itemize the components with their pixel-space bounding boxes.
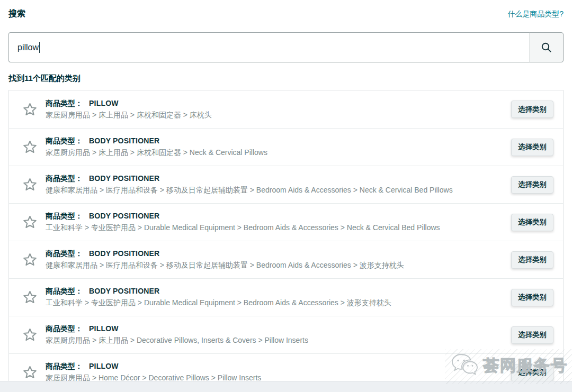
- help-link[interactable]: 什么是商品类型?: [507, 10, 564, 19]
- product-type-value: BODY POSITIONER: [89, 136, 159, 145]
- result-row: 商品类型：PILLOW 家居厨房用品 > 床上用品 > Decorative P…: [9, 316, 563, 353]
- result-text: 商品类型：BODY POSITIONER 工业和科学 > 专业医护用品 > Du…: [46, 287, 511, 308]
- result-title: 商品类型：PILLOW: [46, 99, 511, 108]
- product-type-label: 商品类型：: [46, 287, 83, 295]
- star-icon[interactable]: [22, 252, 38, 268]
- star-icon[interactable]: [22, 364, 38, 380]
- select-category-button[interactable]: 选择类别: [511, 326, 553, 344]
- star-icon[interactable]: [22, 102, 38, 117]
- result-row: 商品类型：BODY POSITIONER 健康和家居用品 > 医疗用品和设备 >…: [9, 241, 563, 278]
- result-title: 商品类型：BODY POSITIONER: [46, 287, 511, 296]
- star-icon[interactable]: [22, 177, 38, 193]
- select-category-button[interactable]: 选择类别: [511, 101, 553, 118]
- result-text: 商品类型：BODY POSITIONER 健康和家居用品 > 医疗用品和设备 >…: [46, 174, 511, 195]
- category-path: 健康和家居用品 > 医疗用品和设备 > 移动及日常起居辅助装置 > Bedroo…: [46, 186, 511, 195]
- category-path: 家居厨房用品 > Home Décor > Decorative Pillows…: [46, 373, 511, 381]
- select-category-button[interactable]: 选择类别: [511, 364, 553, 381]
- product-type-value: PILLOW: [89, 324, 119, 333]
- result-title: 商品类型：BODY POSITIONER: [46, 249, 511, 259]
- product-type-label: 商品类型：: [46, 174, 83, 183]
- result-text: 商品类型：PILLOW 家居厨房用品 > 床上用品 > Decorative P…: [46, 324, 511, 345]
- category-path: 家居厨房用品 > 床上用品 > Decorative Pillows, Inse…: [46, 336, 511, 345]
- result-title: 商品类型：BODY POSITIONER: [46, 174, 511, 184]
- select-category-button[interactable]: 选择类别: [511, 139, 553, 156]
- product-type-value: BODY POSITIONER: [89, 174, 159, 183]
- result-text: 商品类型：BODY POSITIONER 家居厨房用品 > 床上用品 > 床枕和…: [46, 136, 511, 158]
- search-input[interactable]: pillow: [8, 32, 530, 62]
- category-path: 家居厨房用品 > 床上用品 > 床枕和固定器 > 床枕头: [46, 111, 511, 120]
- result-row: 商品类型：BODY POSITIONER 工业和科学 > 专业医护用品 > Du…: [9, 203, 563, 241]
- select-category-button[interactable]: 选择类别: [511, 289, 553, 306]
- search-panel: 搜索 什么是商品类型? pillow 找到11个匹配的类别: [0, 0, 572, 381]
- search-button[interactable]: [530, 32, 564, 62]
- product-type-label: 商品类型：: [46, 362, 83, 370]
- product-type-label: 商品类型：: [46, 324, 83, 333]
- product-type-label: 商品类型：: [46, 99, 83, 107]
- result-title: 商品类型：PILLOW: [46, 324, 511, 334]
- product-type-value: PILLOW: [89, 99, 119, 107]
- result-text: 商品类型：BODY POSITIONER 健康和家居用品 > 医疗用品和设备 >…: [46, 249, 511, 270]
- results-list: 商品类型：PILLOW 家居厨房用品 > 床上用品 > 床枕和固定器 > 床枕头…: [8, 90, 564, 381]
- result-text: 商品类型：BODY POSITIONER 工业和科学 > 专业医护用品 > Du…: [46, 212, 511, 233]
- product-type-label: 商品类型：: [46, 212, 83, 220]
- result-title: 商品类型：PILLOW: [46, 362, 511, 371]
- category-path: 家居厨房用品 > 床上用品 > 床枕和固定器 > Neck & Cervical…: [46, 148, 511, 158]
- result-title: 商品类型：BODY POSITIONER: [46, 212, 511, 221]
- result-row: 商品类型：PILLOW 家居厨房用品 > 床上用品 > 床枕和固定器 > 床枕头…: [9, 90, 563, 128]
- product-type-label: 商品类型：: [46, 136, 83, 145]
- category-path: 工业和科学 > 专业医护用品 > Durable Medical Equipme…: [46, 298, 511, 308]
- star-icon[interactable]: [22, 289, 38, 305]
- select-category-button[interactable]: 选择类别: [511, 251, 553, 269]
- product-type-label: 商品类型：: [46, 249, 83, 258]
- results-summary: 找到11个匹配的类别: [8, 74, 564, 84]
- product-type-value: PILLOW: [89, 362, 119, 370]
- page-header: 搜索 什么是商品类型?: [8, 0, 564, 20]
- search-input-value: pillow: [17, 43, 39, 52]
- star-icon[interactable]: [22, 214, 38, 230]
- result-row: 商品类型：BODY POSITIONER 工业和科学 > 专业医护用品 > Du…: [9, 278, 563, 316]
- star-icon[interactable]: [22, 139, 38, 155]
- magnifier-icon: [540, 41, 553, 54]
- search-bar: pillow: [8, 32, 564, 62]
- text-cursor: [39, 42, 40, 53]
- page-title: 搜索: [8, 8, 25, 20]
- category-path: 工业和科学 > 专业医护用品 > Durable Medical Equipme…: [46, 223, 511, 233]
- select-category-button[interactable]: 选择类别: [511, 176, 553, 194]
- result-text: 商品类型：PILLOW 家居厨房用品 > Home Décor > Decora…: [46, 362, 511, 381]
- result-row: 商品类型：BODY POSITIONER 家居厨房用品 > 床上用品 > 床枕和…: [9, 128, 563, 166]
- product-type-value: BODY POSITIONER: [89, 212, 159, 220]
- product-type-value: BODY POSITIONER: [89, 287, 159, 295]
- result-row: 商品类型：BODY POSITIONER 健康和家居用品 > 医疗用品和设备 >…: [9, 166, 563, 203]
- category-path: 健康和家居用品 > 医疗用品和设备 > 移动及日常起居辅助装置 > Bedroo…: [46, 261, 511, 270]
- result-text: 商品类型：PILLOW 家居厨房用品 > 床上用品 > 床枕和固定器 > 床枕头: [46, 99, 511, 120]
- result-title: 商品类型：BODY POSITIONER: [46, 136, 511, 146]
- select-category-button[interactable]: 选择类别: [511, 214, 553, 231]
- result-row: 商品类型：PILLOW 家居厨房用品 > Home Décor > Decora…: [9, 353, 563, 381]
- product-type-value: BODY POSITIONER: [89, 249, 159, 258]
- star-icon[interactable]: [22, 327, 38, 343]
